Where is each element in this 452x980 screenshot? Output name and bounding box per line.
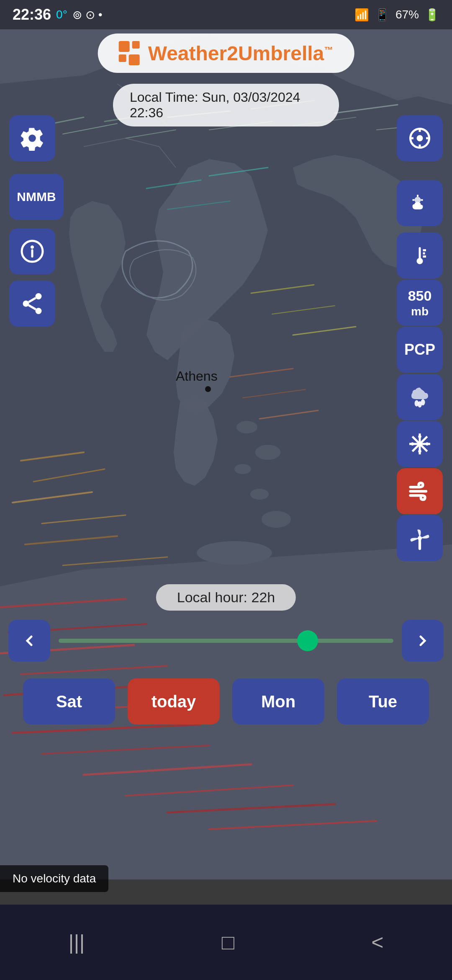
timeline-slider[interactable] [0, 620, 452, 662]
day-sat-button[interactable]: Sat [23, 678, 115, 725]
thermometer-icon [407, 243, 432, 268]
gear-icon [20, 126, 45, 151]
svg-point-3 [255, 445, 280, 460]
svg-point-86 [418, 536, 422, 540]
chevron-left-icon [21, 632, 38, 649]
status-time: 22:36 [13, 6, 51, 23]
nav-recent-apps[interactable]: ||| [69, 930, 85, 954]
nmmb-label: NMMB [17, 190, 56, 204]
day-sat-label: Sat [56, 692, 82, 711]
local-hour-text: Local hour: 22h [177, 589, 275, 605]
day-today-label: today [152, 692, 196, 711]
battery-level: 67% [396, 8, 419, 21]
info-button[interactable] [9, 228, 55, 274]
location-button[interactable] [397, 115, 443, 161]
map-area[interactable] [0, 0, 452, 879]
svg-point-6 [262, 511, 291, 528]
svg-point-54 [36, 293, 42, 299]
wind-turbine-icon [407, 526, 432, 551]
status-at-icon: ⊙ [85, 8, 95, 22]
slider-track[interactable] [59, 639, 393, 643]
pcp-button[interactable]: PCP [397, 327, 443, 373]
svg-point-5 [250, 489, 269, 500]
day-tue-button[interactable]: Tue [337, 678, 429, 725]
pressure-unit: mb [408, 304, 432, 319]
nav-back[interactable]: < [371, 930, 383, 954]
logo-square-1 [119, 41, 130, 52]
city-dot [205, 386, 211, 392]
snowflake-icon [407, 431, 432, 456]
signal-icon: 📱 [375, 8, 390, 22]
nav-home[interactable]: □ [222, 930, 234, 954]
svg-point-75 [418, 401, 422, 407]
svg-point-80 [418, 435, 421, 438]
local-time-text: Local Time: Sun, 03/03/2024 22:36 [130, 90, 300, 120]
svg-line-58 [28, 298, 36, 302]
svg-point-56 [36, 308, 42, 314]
chevron-right-icon [414, 632, 431, 649]
nmmb-button[interactable]: NMMB [9, 174, 64, 220]
battery-icon: 🔋 [425, 8, 439, 22]
svg-point-53 [31, 245, 34, 249]
status-bar: 22:36 0° ⊚ ⊙ • 📶 📱 67% 🔋 [0, 0, 452, 29]
weather-icon [407, 191, 432, 216]
app-name: Weather2Umbrella™ [148, 42, 334, 65]
rain-icon [407, 384, 432, 410]
slider-next-button[interactable] [402, 620, 444, 662]
logo-icon [119, 41, 140, 65]
day-tue-label: Tue [369, 692, 397, 711]
wind-button[interactable] [397, 468, 443, 514]
info-icon [20, 239, 45, 264]
status-dot-icon: • [98, 8, 103, 21]
no-velocity-text: No velocity data [13, 872, 96, 885]
pcp-label: PCP [404, 341, 435, 358]
temperature-button[interactable] [397, 232, 443, 279]
wifi-icon: 📶 [354, 8, 369, 22]
no-velocity-bar: No velocity data [0, 865, 108, 892]
svg-line-57 [28, 305, 36, 309]
settings-button[interactable] [9, 115, 55, 161]
day-mon-button[interactable]: Mon [232, 678, 324, 725]
city-label: Athens [176, 369, 218, 384]
location-icon [407, 126, 432, 151]
wind-turbine-button[interactable] [397, 515, 443, 561]
logo-square-2 [132, 41, 140, 49]
map-svg [0, 0, 452, 879]
rain-button[interactable] [397, 374, 443, 420]
logo-square-3 [119, 54, 126, 62]
svg-point-60 [417, 135, 423, 142]
local-time-pill: Local Time: Sun, 03/03/2024 22:36 [113, 84, 339, 126]
day-today-button[interactable]: today [128, 678, 220, 725]
svg-point-55 [23, 301, 29, 307]
svg-point-2 [236, 421, 257, 433]
local-hour-pill: Local hour: 22h [156, 584, 296, 611]
logo-square-4 [129, 54, 140, 65]
pressure-850mb-button[interactable]: 850 mb [397, 280, 443, 326]
day-selector: Sat today Mon Tue [0, 678, 452, 725]
status-circle-icon: ⊚ [72, 8, 82, 22]
logo-bar: Weather2Umbrella™ [98, 34, 354, 73]
share-icon [20, 291, 45, 316]
slider-thumb[interactable] [297, 630, 318, 651]
share-button[interactable] [9, 281, 55, 327]
weather-button[interactable] [397, 180, 443, 226]
snow-button[interactable] [397, 421, 443, 467]
svg-point-83 [426, 442, 429, 446]
pressure-label: 850 [408, 287, 432, 304]
svg-point-4 [234, 464, 251, 474]
svg-point-82 [411, 442, 414, 446]
status-temperature: 0° [56, 8, 67, 21]
svg-point-81 [418, 450, 421, 453]
slider-prev-button[interactable] [8, 620, 50, 662]
wind-icon [407, 479, 432, 504]
bottom-nav: ||| □ < [0, 905, 452, 980]
day-mon-label: Mon [261, 692, 295, 711]
